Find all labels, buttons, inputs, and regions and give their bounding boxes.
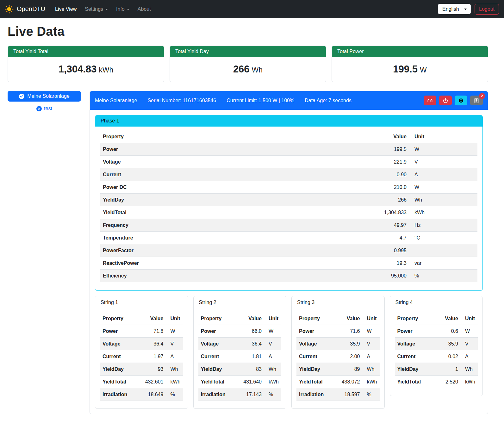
unit-cell: W (409, 143, 477, 156)
table-row: Voltage35.9V (296, 338, 380, 350)
property-cell: YieldTotal (395, 376, 433, 388)
string-table-body: Power71.6WVoltage35.9VCurrent2.00AYieldD… (296, 325, 380, 401)
unit-cell: A (461, 350, 478, 363)
table-row: ReactivePower19.3var (100, 257, 477, 270)
string-card-body: Property Value Unit Power71.6WVoltage35.… (292, 309, 384, 408)
navbar: OpenDTU Live View Settings Info About En… (0, 0, 504, 18)
unit-cell: V (363, 338, 380, 350)
logout-button[interactable]: Logout (475, 4, 499, 15)
unit-cell: A (363, 350, 380, 363)
unit-cell: Wh (363, 363, 380, 376)
table-row: Power199.5W (100, 143, 477, 156)
unit-cell: var (409, 257, 477, 270)
value-cell: 1.81 (236, 350, 264, 363)
nav-info[interactable]: Info (112, 4, 134, 15)
table-row: Power DC210.0W (100, 181, 477, 194)
value-cell: 266 (362, 194, 409, 206)
unit-cell: V (409, 156, 477, 168)
property-cell: ReactivePower (100, 257, 362, 270)
total-value: 1,304.83 (59, 64, 97, 75)
nav-live-view[interactable]: Live View (51, 4, 81, 15)
nav-settings-label: Settings (85, 6, 103, 12)
value-cell: 199.5 (362, 143, 409, 156)
unit-cell: W (409, 181, 477, 194)
value-cell: 0.6 (433, 325, 461, 338)
value-cell: 71.6 (335, 325, 363, 338)
event-log-button[interactable]: 2 (470, 96, 483, 105)
value-cell: 0.995 (362, 244, 409, 257)
string-card-title: String 3 (292, 296, 384, 309)
property-cell: Current (100, 350, 138, 363)
unit-cell: % (166, 388, 183, 401)
gauge-icon (427, 98, 433, 103)
value-cell: 18.649 (138, 388, 166, 401)
phase-1-card: Phase 1 Property Value Unit Power199.5WV… (95, 115, 483, 291)
table-row: YieldDay93Wh (100, 363, 183, 376)
value-cell: 432.601 (138, 376, 166, 388)
value-cell: 71.8 (138, 325, 166, 338)
table-row: Current1.97A (100, 350, 183, 363)
table-row: YieldTotal1,304.833kWh (100, 206, 477, 219)
total-yield-day-card: Total Yield Day 266Wh (170, 46, 326, 82)
table-header-row: Property Value Unit (395, 312, 478, 325)
total-card-title: Total Yield Total (8, 46, 164, 57)
property-cell: YieldDay (100, 363, 138, 376)
table-row: Current1.81A (198, 350, 282, 363)
nav-settings[interactable]: Settings (81, 4, 112, 15)
value-cell: 49.97 (362, 219, 409, 232)
language-select[interactable]: English (438, 4, 471, 14)
table-row: Power71.6W (296, 325, 380, 338)
string-1-card: String 1 Property Value Unit (95, 296, 188, 409)
sidebar-item-meine-solaranlage[interactable]: Meine Solaranlage (8, 91, 81, 102)
inverter-sidebar: Meine Solaranlage test (8, 91, 81, 112)
phase-card-title: Phase 1 (95, 115, 482, 127)
unit-cell: W (166, 325, 183, 338)
table-row: Current2.00A (296, 350, 380, 363)
string-table: Property Value Unit Power71.8WVoltage36.… (100, 312, 183, 401)
header-value: Value (236, 312, 264, 325)
total-card-body: 1,304.83kWh (8, 57, 164, 82)
property-cell: Irradiation (296, 388, 335, 401)
device-info-button[interactable] (455, 96, 467, 105)
header-property: Property (100, 130, 362, 143)
property-cell: YieldTotal (198, 376, 237, 388)
table-row: Voltage36.4V (198, 338, 282, 350)
limit-settings-button[interactable] (424, 96, 436, 105)
brand-link[interactable]: OpenDTU (4, 4, 45, 14)
power-toggle-button[interactable] (439, 96, 452, 105)
nav-about[interactable]: About (134, 4, 155, 15)
string-card-body: Property Value Unit Power71.8WVoltage36.… (95, 309, 188, 408)
value-cell: 35.9 (335, 338, 363, 350)
value-cell: 431.640 (236, 376, 264, 388)
unit-cell: A (409, 168, 477, 181)
value-cell: 1 (433, 363, 461, 376)
header-value: Value (335, 312, 363, 325)
value-cell: 19.3 (362, 257, 409, 270)
sidebar-item-label: Meine Solaranlage (27, 93, 69, 99)
table-header-row: Property Value Unit (100, 312, 183, 325)
content-row: Meine Solaranlage test Meine Solaranlage… (8, 91, 488, 414)
string-card-title: String 2 (194, 296, 286, 309)
sidebar-item-test[interactable]: test (34, 105, 54, 112)
header-unit: Unit (264, 312, 281, 325)
value-cell: 4.7 (362, 232, 409, 244)
event-count-badge: 2 (479, 93, 485, 99)
value-cell: 35.9 (433, 338, 461, 350)
property-cell: Current (100, 168, 362, 181)
value-cell: 95.000 (362, 270, 409, 282)
property-cell: Power (395, 325, 433, 338)
value-cell: 83 (236, 363, 264, 376)
unit-cell: °C (409, 232, 477, 244)
table-row: Frequency49.97Hz (100, 219, 477, 232)
inverter-header: Meine Solaranlage Serial Number: 1161716… (90, 91, 488, 110)
property-cell: Current (198, 350, 237, 363)
header-property: Property (395, 312, 433, 325)
table-row: YieldDay1Wh (395, 363, 478, 376)
table-row: YieldTotal2.520kWh (395, 376, 478, 388)
header-property: Property (198, 312, 237, 325)
inverter-actions: 2 (424, 96, 483, 105)
string-2-card: String 2 Property Value Unit (193, 296, 287, 409)
header-unit: Unit (409, 130, 477, 143)
table-row: YieldDay266Wh (100, 194, 477, 206)
total-power-card: Total Power 199.5W (332, 46, 488, 82)
